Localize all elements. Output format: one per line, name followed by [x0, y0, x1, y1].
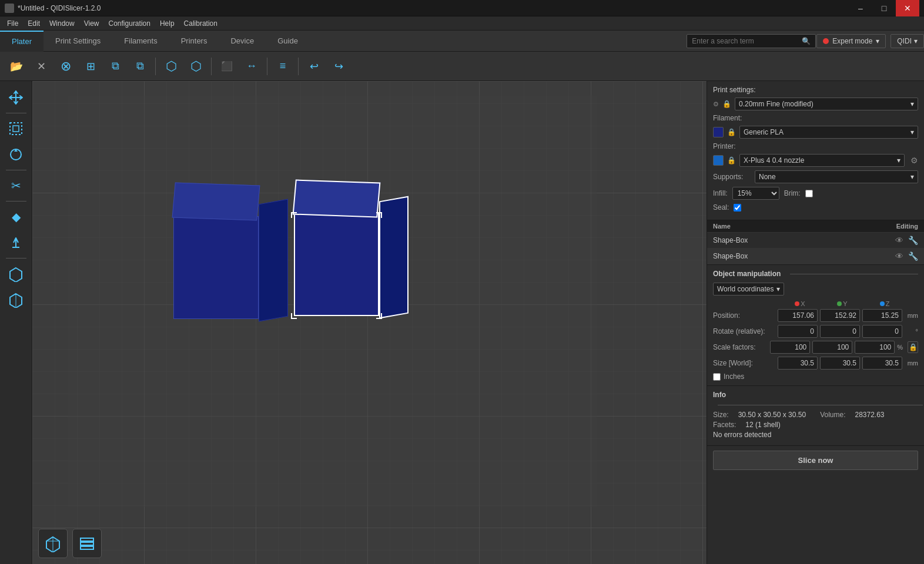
add-shape-button[interactable]: ⬡ — [159, 55, 183, 78]
object-visibility-1[interactable]: 👁 — [895, 236, 903, 245]
paint-tool[interactable]: ◆ — [4, 205, 28, 229]
toolbar-separator-1 — [155, 58, 156, 75]
maximize-button[interactable]: □ — [872, 0, 896, 16]
z-header: Z — [865, 300, 905, 307]
move-tool[interactable] — [4, 86, 28, 109]
rotate-unit: ° — [916, 328, 918, 335]
delete-button[interactable]: ✕ — [29, 55, 53, 78]
tab-filaments[interactable]: Filaments — [112, 31, 169, 52]
errors-value: No errors detected — [713, 431, 771, 439]
layers-button[interactable]: ≡ — [271, 55, 294, 78]
infill-dropdown[interactable]: 15% 20% 30% — [732, 187, 779, 200]
size-info-row: Size: 30.50 x 30.50 x 30.50 Volume: 2837… — [713, 411, 918, 419]
col-name: Name — [713, 223, 896, 230]
position-x-input[interactable] — [778, 309, 818, 322]
size-x-input[interactable] — [778, 357, 818, 370]
scale-z-input[interactable] — [855, 341, 895, 354]
supports-label: Supports: — [713, 173, 751, 181]
printer-dropdown-row: 🔒 X-Plus 4 0.4 nozzle ▾ ⚙ — [713, 154, 918, 167]
supports-value: None — [759, 173, 776, 181]
seal-checkbox[interactable] — [734, 204, 741, 212]
object-row-1[interactable]: Shape-Box 👁 🔧 — [707, 233, 924, 249]
menu-calibration[interactable]: Calibration — [179, 18, 222, 29]
profile-dropdown[interactable]: 0.20mm Fine (modified) ▾ — [735, 98, 918, 110]
left-toolbar-separator-1 — [6, 113, 26, 113]
object-row-2[interactable]: Shape-Box 👁 🔧 — [707, 249, 924, 264]
coord-system-dropdown[interactable]: World coordinates ▾ — [713, 283, 784, 296]
coord-system-row: World coordinates ▾ — [713, 283, 918, 296]
tab-printers[interactable]: Printers — [169, 31, 219, 52]
3d-view-icon[interactable] — [38, 529, 68, 558]
expert-mode-button[interactable]: Expert mode ▾ — [816, 34, 886, 48]
object-icons-1: 👁 🔧 — [895, 236, 918, 245]
expert-mode-label: Expert mode — [832, 37, 872, 45]
qidi-button[interactable]: QIDI ▾ — [890, 34, 924, 48]
scale-lock-button[interactable]: 🔒 — [908, 341, 918, 353]
position-z-input[interactable] — [862, 309, 902, 322]
tab-guide[interactable]: Guide — [266, 31, 310, 52]
size-z-input[interactable] — [862, 357, 902, 370]
mirror-button[interactable]: ↔ — [240, 55, 263, 78]
info-title: Info — [713, 391, 726, 399]
menu-window[interactable]: Window — [45, 18, 79, 29]
cut-tool[interactable]: ✂ — [4, 174, 28, 197]
explode-button[interactable]: ⬡ — [184, 55, 207, 78]
position-y-input[interactable] — [820, 309, 860, 322]
rotate-x-input[interactable] — [778, 325, 818, 338]
facets-info-row: Facets: 12 (1 shell) — [713, 421, 918, 429]
orient-tool[interactable] — [4, 288, 28, 311]
rotate-z-input[interactable] — [862, 325, 902, 338]
qidi-chevron: ▾ — [914, 37, 918, 45]
remove-object-button[interactable]: ⊗ — [54, 55, 78, 78]
slice-button[interactable]: Slice now — [713, 451, 918, 470]
menu-edit[interactable]: Edit — [23, 18, 45, 29]
object-edit-2[interactable]: 🔧 — [908, 251, 918, 261]
printer-dropdown[interactable]: X-Plus 4 0.4 nozzle ▾ — [739, 154, 905, 167]
tab-device[interactable]: Device — [219, 31, 266, 52]
menubar: File Edit Window View Configuration Help… — [0, 16, 924, 31]
size-y-input[interactable] — [820, 357, 860, 370]
inches-checkbox[interactable] — [713, 373, 721, 381]
object-tool[interactable] — [4, 262, 28, 286]
brim-checkbox[interactable] — [805, 190, 813, 197]
titlebar-left: *Untitled - QIDISlicer-1.2.0 — [5, 4, 101, 13]
grid-background — [32, 81, 707, 564]
filament-dropdown[interactable]: Generic PLA ▾ — [739, 126, 918, 139]
layers-view-icon[interactable] — [72, 529, 102, 558]
split-button[interactable]: ⬛ — [215, 55, 239, 78]
rotate-tool[interactable] — [4, 143, 28, 166]
copy-alt-button[interactable]: ⧉ — [128, 55, 152, 78]
menu-configuration[interactable]: Configuration — [104, 18, 155, 29]
object-edit-1[interactable]: 🔧 — [908, 236, 918, 245]
minimize-button[interactable]: – — [849, 0, 872, 16]
supports-row: Supports: None ▾ — [713, 170, 918, 183]
size-unit: mm — [908, 360, 918, 367]
arrange-button[interactable]: ⊞ — [79, 55, 102, 78]
menu-help[interactable]: Help — [155, 18, 179, 29]
viewport[interactable] — [32, 81, 707, 564]
infill-label: Infill: — [713, 189, 728, 197]
menu-file[interactable]: File — [2, 18, 23, 29]
supports-dropdown[interactable]: None ▾ — [755, 170, 918, 183]
svg-rect-14 — [81, 546, 93, 549]
open-file-button[interactable]: 📂 — [5, 55, 28, 78]
scale-x-input[interactable] — [770, 341, 810, 354]
support-tool[interactable] — [4, 231, 28, 254]
printer-chevron: ▾ — [897, 156, 900, 164]
menu-view[interactable]: View — [79, 18, 104, 29]
scale-tool[interactable] — [4, 117, 28, 140]
tab-print-settings[interactable]: Print Settings — [43, 31, 112, 52]
z-label: Z — [886, 300, 890, 307]
profile-chevron: ▾ — [910, 100, 914, 108]
scale-y-input[interactable] — [812, 341, 852, 354]
supports-chevron: ▾ — [910, 173, 914, 181]
tab-plater[interactable]: Plater — [0, 31, 43, 52]
copy-button[interactable]: ⧉ — [103, 55, 127, 78]
search-input[interactable] — [687, 34, 816, 48]
printer-settings-icon[interactable]: ⚙ — [910, 156, 918, 165]
object-visibility-2[interactable]: 👁 — [895, 251, 903, 261]
redo-button[interactable]: ↪ — [327, 55, 350, 78]
close-button[interactable]: ✕ — [896, 0, 919, 16]
rotate-y-input[interactable] — [820, 325, 860, 338]
undo-button[interactable]: ↩ — [302, 55, 326, 78]
